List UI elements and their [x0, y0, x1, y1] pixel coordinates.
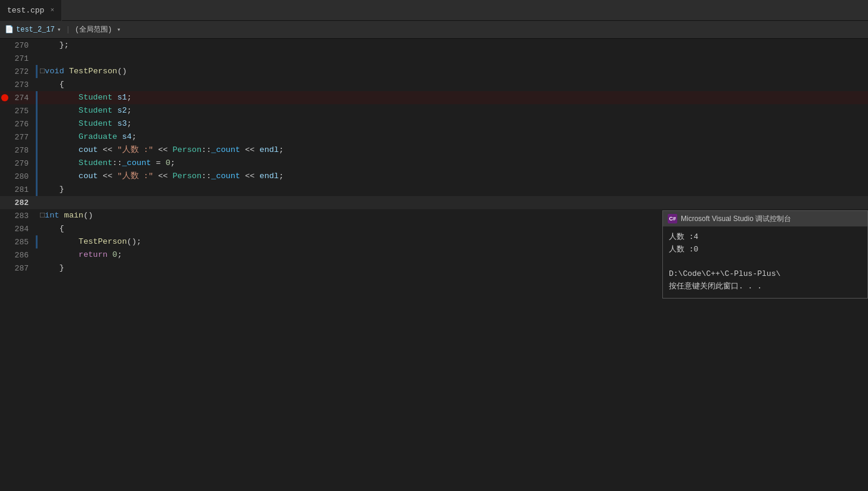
tab-bar: test.cpp ×: [0, 0, 868, 21]
code-279[interactable]: Student::_count = 0;: [38, 157, 868, 170]
code-271[interactable]: [38, 52, 868, 65]
bp-space-287: [0, 262, 10, 275]
breakpoint-274[interactable]: [1, 94, 8, 101]
line-row-270: 270 };: [0, 39, 868, 52]
gutter-281: 281: [0, 183, 36, 196]
linenum-274: 274: [10, 94, 32, 102]
line-row-272: 272 □void TestPerson(): [0, 65, 868, 78]
gutter-285: 285: [0, 235, 36, 248]
bp-space-286: [0, 248, 10, 262]
bp-space-273: [0, 78, 10, 91]
linenum-286: 286: [10, 251, 32, 260]
debug-console: C# Microsoft Visual Studio 调试控制台 人数 :4 人…: [662, 210, 868, 299]
bp-space-270: [0, 39, 10, 52]
bp-space-279: [0, 157, 10, 170]
scope-separator: |: [66, 26, 70, 34]
gutter-275: 275: [0, 104, 36, 117]
line-row-271: 271: [0, 52, 868, 65]
debug-out-close: 按任意键关闭此窗口. . .: [669, 281, 861, 293]
debug-out-line3: [669, 256, 861, 269]
debug-out-path: D:\Code\C++\C-Plus-Plus\: [669, 268, 861, 281]
vs-icon: C#: [668, 214, 677, 223]
gutter-276: 276: [0, 117, 36, 130]
gutter-284: 284: [0, 222, 36, 235]
bp-space-272: [0, 65, 10, 78]
code-275[interactable]: Student s2;: [38, 104, 868, 117]
gutter-287: 287: [0, 262, 36, 275]
tab-filename: test.cpp: [7, 6, 44, 15]
gutter-286: 286: [0, 248, 36, 262]
gutter-273: 273: [0, 78, 36, 91]
bp-space-285: [0, 235, 10, 248]
linenum-275: 275: [10, 107, 32, 116]
file-scope-item: 📄 test_2_17 ▾: [5, 25, 61, 34]
gutter-278: 278: [0, 144, 36, 157]
linenum-272: 272: [10, 67, 32, 76]
bp-space-276: [0, 117, 10, 130]
debug-console-title: Microsoft Visual Studio 调试控制台: [681, 214, 791, 224]
code-278[interactable]: cout << "人数 :" << Person::_count << endl…: [38, 144, 868, 157]
gutter-279: 279: [0, 157, 36, 170]
gutter-270: 270: [0, 39, 36, 52]
gutter-282: 282: [0, 196, 36, 209]
line-row-273: 273 {: [0, 78, 868, 91]
line-row-280: 280 cout << "人数 :" << Person::_count << …: [0, 170, 868, 183]
code-280[interactable]: cout << "人数 :" << Person::_count << endl…: [38, 170, 868, 183]
debug-console-titlebar: C# Microsoft Visual Studio 调试控制台: [663, 211, 867, 226]
line-row-274: 274 Student s1;: [0, 91, 868, 104]
scope-bar: 📄 test_2_17 ▾ | (全局范围) ▾: [0, 21, 868, 39]
linenum-279: 279: [10, 159, 32, 168]
tab-close-btn[interactable]: ×: [50, 7, 54, 14]
debug-out-line2: 人数 :0: [669, 244, 861, 256]
linenum-276: 276: [10, 120, 32, 129]
code-274[interactable]: Student s1;: [38, 91, 868, 104]
bp-space-275: [0, 104, 10, 117]
linenum-280: 280: [10, 172, 32, 181]
global-scope-label: (全局范围): [75, 24, 112, 35]
linenum-278: 278: [10, 146, 32, 155]
code-editor: 270 }; 271 272: [0, 39, 868, 491]
line-row-281: 281 }: [0, 183, 868, 196]
bp-space-282: [0, 196, 10, 209]
code-276[interactable]: Student s3;: [38, 117, 868, 130]
gutter-277: 277: [0, 130, 36, 144]
linenum-277: 277: [10, 133, 32, 142]
file-tab[interactable]: test.cpp ×: [0, 0, 62, 21]
code-272[interactable]: □void TestPerson(): [38, 65, 868, 78]
linenum-287: 287: [10, 264, 32, 273]
gutter-272: 272: [0, 65, 36, 78]
gutter-283: 283: [0, 209, 36, 222]
bp-space-274: [0, 91, 10, 104]
line-row-282: 282: [0, 196, 868, 209]
line-row-278: 278 cout << "人数 :" << Person::_count << …: [0, 144, 868, 157]
global-scope-item: (全局范围) ▾: [75, 24, 121, 35]
global-dropdown-arrow[interactable]: ▾: [117, 26, 121, 33]
debug-console-body: 人数 :4 人数 :0 D:\Code\C++\C-Plus-Plus\ 按任意…: [663, 226, 867, 298]
line-row-275: 275 Student s2;: [0, 104, 868, 117]
linenum-282: 282: [10, 198, 32, 207]
bp-space-271: [0, 52, 10, 65]
linenum-283: 283: [10, 212, 32, 220]
line-row-276: 276 Student s3;: [0, 117, 868, 130]
linenum-273: 273: [10, 80, 32, 89]
bp-space-283: [0, 209, 10, 222]
linenum-285: 285: [10, 238, 32, 247]
code-281[interactable]: }: [38, 183, 868, 196]
bp-space-284: [0, 222, 10, 235]
code-277[interactable]: Graduate s4;: [38, 130, 868, 144]
gutter-274: 274: [0, 91, 36, 104]
line-row-277: 277 Graduate s4;: [0, 130, 868, 144]
file-dropdown-arrow[interactable]: ▾: [57, 26, 61, 33]
linenum-270: 270: [10, 41, 32, 50]
linenum-284: 284: [10, 225, 32, 234]
code-270[interactable]: };: [38, 39, 868, 52]
bp-space-281: [0, 183, 10, 196]
debug-out-line1: 人数 :4: [669, 231, 861, 244]
code-273[interactable]: {: [38, 78, 868, 91]
bp-space-277: [0, 130, 10, 144]
bp-space-280: [0, 170, 10, 183]
gutter-280: 280: [0, 170, 36, 183]
code-282[interactable]: [38, 196, 868, 209]
line-row-279: 279 Student::_count = 0;: [0, 157, 868, 170]
file-scope-label: test_2_17: [16, 26, 55, 34]
